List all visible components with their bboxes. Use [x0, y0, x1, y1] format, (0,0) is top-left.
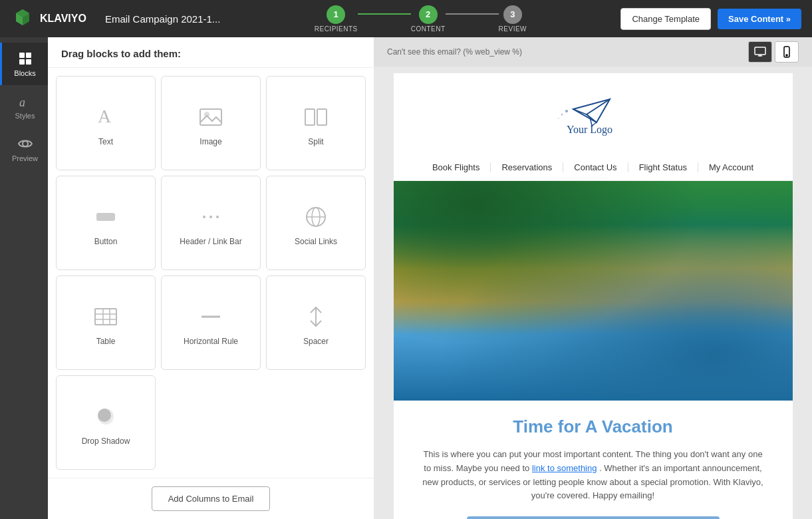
- block-header-link-bar-label: Header / Link Bar: [180, 237, 241, 246]
- image-block-icon: [198, 104, 224, 130]
- block-drop-shadow[interactable]: Drop Shadow: [56, 375, 156, 470]
- svg-point-12: [203, 216, 205, 218]
- horizontal-rule-block-icon: [198, 303, 224, 330]
- block-split[interactable]: Split: [266, 76, 366, 170]
- block-split-label: Split: [308, 137, 323, 146]
- email-cta-btn[interactable]: Learn More: [467, 516, 720, 519]
- block-horizontal-rule[interactable]: Horizontal Rule: [161, 275, 261, 370]
- save-content-button[interactable]: Save Content »: [718, 9, 801, 29]
- sidebar-item-preview[interactable]: Preview: [0, 128, 48, 170]
- step-1-circle: 1: [327, 5, 345, 24]
- styles-icon: a: [17, 93, 33, 109]
- email-logo-section: Your Logo: [394, 73, 793, 154]
- step-recipients: 1 RECIPIENTS: [315, 5, 358, 33]
- svg-rect-27: [755, 47, 765, 55]
- logo: KLAVIYO: [11, 7, 86, 31]
- block-button[interactable]: Button: [56, 176, 156, 270]
- campaign-title: Email Campaign 2021-1...: [105, 13, 220, 25]
- svg-point-26: [98, 409, 111, 422]
- block-image-label: Image: [200, 137, 221, 146]
- email-hero-image: [394, 181, 793, 401]
- step-1-label: RECIPIENTS: [315, 25, 358, 33]
- desktop-icon: [754, 46, 766, 58]
- svg-text:Your Logo: Your Logo: [567, 124, 612, 136]
- block-text[interactable]: A Text: [56, 76, 156, 170]
- svg-point-31: [786, 55, 787, 56]
- email-container[interactable]: Your Logo Book Flights Reservations Cont…: [374, 67, 812, 519]
- svg-point-34: [558, 118, 559, 119]
- block-button-label: Button: [94, 237, 118, 246]
- step-3-label: REVIEW: [499, 25, 527, 33]
- email-body: Your Logo Book Flights Reservations Cont…: [394, 73, 793, 506]
- block-spacer[interactable]: Spacer: [266, 275, 366, 370]
- block-header-link-bar[interactable]: Header / Link Bar: [161, 176, 261, 270]
- nav-sidebar: Blocks a Styles Preview: [0, 37, 48, 519]
- block-image[interactable]: Image: [161, 76, 261, 170]
- email-logo: Your Logo: [553, 89, 633, 136]
- block-spacer-label: Spacer: [303, 337, 329, 346]
- nav-link-my-account[interactable]: My Account: [698, 162, 764, 172]
- svg-rect-11: [96, 213, 115, 221]
- logo-text: KLAVIYO: [40, 13, 86, 25]
- block-social-links-label: Social Links: [295, 237, 337, 246]
- topbar-actions: Change Template Save Content »: [620, 8, 801, 30]
- add-columns-button[interactable]: Add Columns to Email: [152, 486, 271, 511]
- connector-1-2: [358, 13, 411, 15]
- main-layout: Blocks a Styles Preview Drag blocks to a…: [0, 37, 812, 519]
- nav-link-reservations[interactable]: Reservations: [491, 162, 563, 172]
- step-review: 3 REVIEW: [499, 5, 527, 33]
- block-table-label: Table: [96, 337, 116, 346]
- blocks-footer: Add Columns to Email: [48, 478, 374, 519]
- text-block-icon: A: [92, 104, 119, 130]
- step-3-circle: 3: [503, 5, 522, 24]
- drop-shadow-block-icon: [92, 403, 119, 430]
- preview-topbar: Can't see this email? (% web_view %): [374, 37, 812, 67]
- change-template-button[interactable]: Change Template: [620, 8, 711, 30]
- social-links-block-icon: [303, 204, 329, 230]
- blocks-icon: [17, 51, 33, 67]
- steps-nav: 1 RECIPIENTS 2 CONTENT 3 REVIEW: [315, 5, 527, 33]
- svg-rect-18: [95, 309, 116, 325]
- nav-link-book-flights[interactable]: Book Flights: [422, 162, 491, 172]
- nav-link-contact-us[interactable]: Contact Us: [563, 162, 628, 172]
- block-horizontal-rule-label: Horizontal Rule: [184, 337, 238, 346]
- svg-rect-1: [26, 53, 31, 58]
- svg-rect-10: [317, 109, 327, 125]
- block-text-label: Text: [98, 137, 113, 146]
- svg-rect-0: [19, 53, 25, 58]
- step-2-circle: 2: [419, 5, 438, 24]
- block-table[interactable]: Table: [56, 275, 156, 370]
- hero-image-simulation: [394, 181, 793, 401]
- preview-area: Can't see this email? (% web_view %): [374, 37, 812, 519]
- blocks-grid: A Text Image: [48, 68, 374, 478]
- block-social-links[interactable]: Social Links: [266, 176, 366, 270]
- table-block-icon: [92, 303, 119, 330]
- preview-nav-label: Preview: [12, 154, 38, 162]
- styles-nav-label: Styles: [15, 112, 35, 120]
- blocks-nav-label: Blocks: [14, 69, 35, 77]
- email-body-link[interactable]: link to something: [532, 463, 597, 473]
- svg-point-14: [216, 216, 219, 218]
- spacer-block-icon: [303, 303, 329, 330]
- webview-text: Can't see this email? (% web_view %): [387, 47, 522, 57]
- split-block-icon: [303, 104, 329, 130]
- nav-link-flight-status[interactable]: Flight Status: [628, 162, 698, 172]
- svg-point-32: [565, 110, 568, 112]
- svg-point-5: [23, 141, 28, 146]
- email-nav: Book Flights Reservations Contact Us Fli…: [394, 154, 793, 181]
- step-2-label: CONTENT: [411, 25, 446, 33]
- svg-text:a: a: [19, 96, 25, 109]
- block-drop-shadow-label: Drop Shadow: [82, 436, 130, 446]
- header-link-bar-block-icon: [198, 204, 224, 230]
- step-content: 2 CONTENT: [411, 5, 446, 33]
- desktop-view-button[interactable]: [748, 41, 772, 63]
- mobile-view-button[interactable]: [775, 41, 799, 63]
- topbar: KLAVIYO Email Campaign 2021-1... 1 RECIP…: [0, 0, 812, 37]
- svg-point-33: [561, 114, 563, 116]
- preview-icon: [17, 136, 33, 152]
- sidebar-item-styles[interactable]: a Styles: [0, 85, 48, 128]
- blocks-panel: Drag blocks to add them: A Text: [48, 37, 374, 519]
- button-block-icon: [92, 204, 119, 230]
- sidebar-item-blocks[interactable]: Blocks: [0, 43, 48, 85]
- email-content-body: This is where you can put your most impo…: [420, 448, 766, 503]
